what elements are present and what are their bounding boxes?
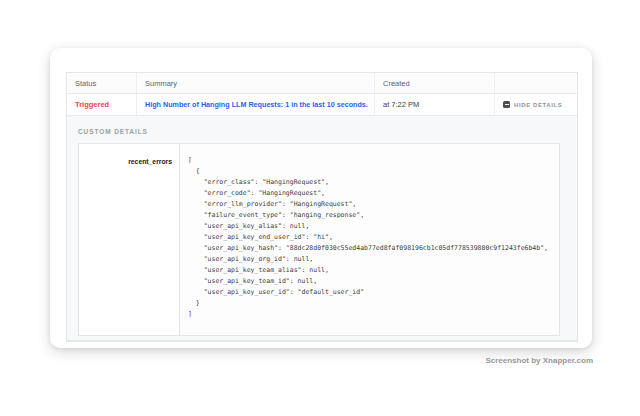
alerts-card: Status Summary Created Triggered High Nu… (50, 48, 592, 348)
custom-details-panel: CUSTOM DETAILS recent_errors [ { "error_… (67, 116, 577, 341)
alert-summary-link[interactable]: High Number of Hanging LLM Requests: 1 i… (145, 100, 368, 109)
actions-cell: HIDE DETAILS (494, 94, 577, 115)
column-header-created: Created (374, 73, 494, 93)
column-header-summary: Summary (136, 73, 374, 93)
hide-details-label: HIDE DETAILS (514, 102, 562, 108)
hide-details-button[interactable]: HIDE DETAILS (503, 101, 562, 108)
created-cell: at 7:22 PM (374, 94, 494, 115)
custom-details-table: recent_errors [ { "error_class": "Hangin… (78, 143, 560, 336)
column-header-status: Status (67, 73, 136, 93)
xnapper-watermark: Screenshot by Xnapper.com (485, 356, 593, 365)
summary-cell: High Number of Hanging LLM Requests: 1 i… (136, 94, 374, 115)
alerts-table: Status Summary Created Triggered High Nu… (66, 72, 578, 342)
status-badge: Triggered (75, 100, 109, 109)
minus-square-icon (503, 101, 510, 108)
custom-details-heading: CUSTOM DETAILS (78, 128, 577, 135)
created-timestamp: at 7:22 PM (383, 100, 419, 109)
column-header-actions (494, 73, 577, 93)
details-key-label: recent_errors (128, 158, 172, 165)
details-key-column: recent_errors (79, 144, 180, 335)
table-row: Triggered High Number of Hanging LLM Req… (67, 94, 577, 116)
status-cell: Triggered (67, 94, 136, 115)
recent-errors-json: [ { "error_class": "HangingRequest", "er… (188, 155, 551, 320)
details-value-column: [ { "error_class": "HangingRequest", "er… (180, 144, 559, 335)
table-header-row: Status Summary Created (67, 73, 577, 94)
